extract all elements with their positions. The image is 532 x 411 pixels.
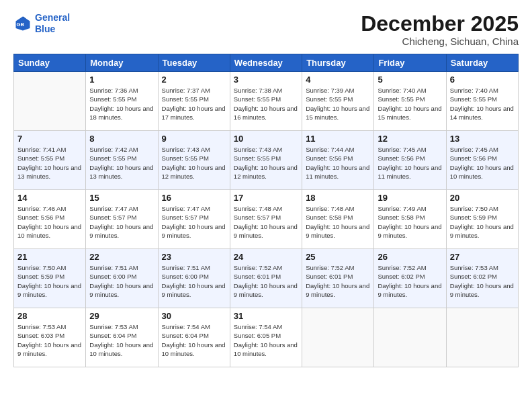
table-row: 19Sunrise: 7:49 AM Sunset: 5:58 PM Dayli… [374, 190, 446, 249]
day-info: Sunrise: 7:49 AM Sunset: 5:58 PM Dayligh… [378, 204, 442, 240]
day-info: Sunrise: 7:46 AM Sunset: 5:56 PM Dayligh… [17, 204, 82, 240]
day-number: 15 [89, 193, 154, 203]
day-number: 3 [234, 75, 298, 85]
header: GB General Blue December 2025 Chicheng, … [13, 12, 519, 47]
table-row: 8Sunrise: 7:42 AM Sunset: 5:55 PM Daylig… [86, 131, 158, 190]
day-number: 7 [17, 134, 82, 144]
page: GB General Blue December 2025 Chicheng, … [0, 0, 532, 411]
table-row [446, 308, 518, 367]
table-row: 26Sunrise: 7:52 AM Sunset: 6:02 PM Dayli… [374, 249, 446, 308]
table-row: 30Sunrise: 7:54 AM Sunset: 6:04 PM Dayli… [158, 308, 230, 367]
logo: GB General Blue [13, 12, 70, 35]
day-number: 6 [450, 75, 515, 85]
table-row: 16Sunrise: 7:47 AM Sunset: 5:57 PM Dayli… [158, 190, 230, 249]
day-number: 1 [89, 75, 154, 85]
day-number: 18 [306, 193, 370, 203]
day-number: 11 [306, 134, 370, 144]
day-number: 23 [162, 252, 226, 262]
table-row [374, 308, 446, 367]
table-row: 6Sunrise: 7:40 AM Sunset: 5:55 PM Daylig… [446, 72, 518, 131]
table-row: 15Sunrise: 7:47 AM Sunset: 5:57 PM Dayli… [86, 190, 158, 249]
day-info: Sunrise: 7:39 AM Sunset: 5:55 PM Dayligh… [306, 86, 370, 122]
day-number: 21 [17, 252, 82, 262]
table-row: 22Sunrise: 7:51 AM Sunset: 6:00 PM Dayli… [86, 249, 158, 308]
day-info: Sunrise: 7:41 AM Sunset: 5:55 PM Dayligh… [17, 145, 82, 181]
day-info: Sunrise: 7:51 AM Sunset: 6:00 PM Dayligh… [89, 263, 154, 299]
day-info: Sunrise: 7:53 AM Sunset: 6:03 PM Dayligh… [17, 322, 82, 358]
title-block: December 2025 Chicheng, Sichuan, China [361, 12, 519, 47]
day-info: Sunrise: 7:52 AM Sunset: 6:02 PM Dayligh… [378, 263, 442, 299]
calendar-week-row: 7Sunrise: 7:41 AM Sunset: 5:55 PM Daylig… [14, 131, 519, 190]
day-info: Sunrise: 7:45 AM Sunset: 5:56 PM Dayligh… [450, 145, 515, 181]
col-thursday: Thursday [302, 54, 374, 72]
table-row: 18Sunrise: 7:48 AM Sunset: 5:58 PM Dayli… [302, 190, 374, 249]
table-row: 28Sunrise: 7:53 AM Sunset: 6:03 PM Dayli… [14, 308, 86, 367]
table-row: 12Sunrise: 7:45 AM Sunset: 5:56 PM Dayli… [374, 131, 446, 190]
table-row: 7Sunrise: 7:41 AM Sunset: 5:55 PM Daylig… [14, 131, 86, 190]
table-row: 9Sunrise: 7:43 AM Sunset: 5:55 PM Daylig… [158, 131, 230, 190]
svg-text:GB: GB [16, 21, 24, 27]
calendar-week-row: 14Sunrise: 7:46 AM Sunset: 5:56 PM Dayli… [14, 190, 519, 249]
day-info: Sunrise: 7:54 AM Sunset: 6:04 PM Dayligh… [162, 322, 226, 358]
day-info: Sunrise: 7:43 AM Sunset: 5:55 PM Dayligh… [234, 145, 298, 181]
day-info: Sunrise: 7:48 AM Sunset: 5:57 PM Dayligh… [234, 204, 298, 240]
table-row [14, 72, 86, 131]
col-monday: Monday [86, 54, 158, 72]
day-number: 27 [450, 252, 515, 262]
day-number: 8 [89, 134, 154, 144]
col-saturday: Saturday [446, 54, 518, 72]
calendar-week-row: 21Sunrise: 7:50 AM Sunset: 5:59 PM Dayli… [14, 249, 519, 308]
day-info: Sunrise: 7:44 AM Sunset: 5:56 PM Dayligh… [306, 145, 370, 181]
day-number: 4 [306, 75, 370, 85]
logo-text: General Blue [35, 12, 70, 35]
table-row: 24Sunrise: 7:52 AM Sunset: 6:01 PM Dayli… [230, 249, 302, 308]
day-info: Sunrise: 7:36 AM Sunset: 5:55 PM Dayligh… [89, 86, 154, 122]
day-number: 31 [234, 311, 298, 321]
table-row: 20Sunrise: 7:50 AM Sunset: 5:59 PM Dayli… [446, 190, 518, 249]
table-row: 1Sunrise: 7:36 AM Sunset: 5:55 PM Daylig… [86, 72, 158, 131]
day-number: 10 [234, 134, 298, 144]
day-number: 25 [306, 252, 370, 262]
table-row: 2Sunrise: 7:37 AM Sunset: 5:55 PM Daylig… [158, 72, 230, 131]
logo-icon: GB [13, 14, 32, 33]
col-sunday: Sunday [14, 54, 86, 72]
table-row: 23Sunrise: 7:51 AM Sunset: 6:00 PM Dayli… [158, 249, 230, 308]
day-number: 22 [89, 252, 154, 262]
table-row: 29Sunrise: 7:53 AM Sunset: 6:04 PM Dayli… [86, 308, 158, 367]
table-row [302, 308, 374, 367]
day-number: 29 [89, 311, 154, 321]
day-number: 26 [378, 252, 442, 262]
day-info: Sunrise: 7:42 AM Sunset: 5:55 PM Dayligh… [89, 145, 154, 181]
day-number: 17 [234, 193, 298, 203]
col-tuesday: Tuesday [158, 54, 230, 72]
calendar-header-row: Sunday Monday Tuesday Wednesday Thursday… [14, 54, 519, 72]
col-friday: Friday [374, 54, 446, 72]
day-number: 13 [450, 134, 515, 144]
day-number: 30 [162, 311, 226, 321]
day-number: 5 [378, 75, 442, 85]
table-row: 27Sunrise: 7:53 AM Sunset: 6:02 PM Dayli… [446, 249, 518, 308]
day-info: Sunrise: 7:38 AM Sunset: 5:55 PM Dayligh… [234, 86, 298, 122]
day-info: Sunrise: 7:37 AM Sunset: 5:55 PM Dayligh… [162, 86, 226, 122]
day-info: Sunrise: 7:48 AM Sunset: 5:58 PM Dayligh… [306, 204, 370, 240]
day-info: Sunrise: 7:50 AM Sunset: 5:59 PM Dayligh… [450, 204, 515, 240]
day-info: Sunrise: 7:54 AM Sunset: 6:05 PM Dayligh… [234, 322, 298, 358]
calendar-week-row: 1Sunrise: 7:36 AM Sunset: 5:55 PM Daylig… [14, 72, 519, 131]
subtitle: Chicheng, Sichuan, China [361, 36, 519, 47]
day-info: Sunrise: 7:53 AM Sunset: 6:04 PM Dayligh… [89, 322, 154, 358]
table-row: 14Sunrise: 7:46 AM Sunset: 5:56 PM Dayli… [14, 190, 86, 249]
table-row: 4Sunrise: 7:39 AM Sunset: 5:55 PM Daylig… [302, 72, 374, 131]
day-info: Sunrise: 7:52 AM Sunset: 6:01 PM Dayligh… [306, 263, 370, 299]
logo-line1: General [35, 12, 70, 23]
day-info: Sunrise: 7:45 AM Sunset: 5:56 PM Dayligh… [378, 145, 442, 181]
day-number: 19 [378, 193, 442, 203]
day-info: Sunrise: 7:43 AM Sunset: 5:55 PM Dayligh… [162, 145, 226, 181]
table-row: 25Sunrise: 7:52 AM Sunset: 6:01 PM Dayli… [302, 249, 374, 308]
day-number: 14 [17, 193, 82, 203]
day-info: Sunrise: 7:52 AM Sunset: 6:01 PM Dayligh… [234, 263, 298, 299]
day-info: Sunrise: 7:53 AM Sunset: 6:02 PM Dayligh… [450, 263, 515, 299]
day-info: Sunrise: 7:50 AM Sunset: 5:59 PM Dayligh… [17, 263, 82, 299]
table-row: 17Sunrise: 7:48 AM Sunset: 5:57 PM Dayli… [230, 190, 302, 249]
calendar-table: Sunday Monday Tuesday Wednesday Thursday… [13, 54, 519, 367]
day-info: Sunrise: 7:40 AM Sunset: 5:55 PM Dayligh… [378, 86, 442, 122]
